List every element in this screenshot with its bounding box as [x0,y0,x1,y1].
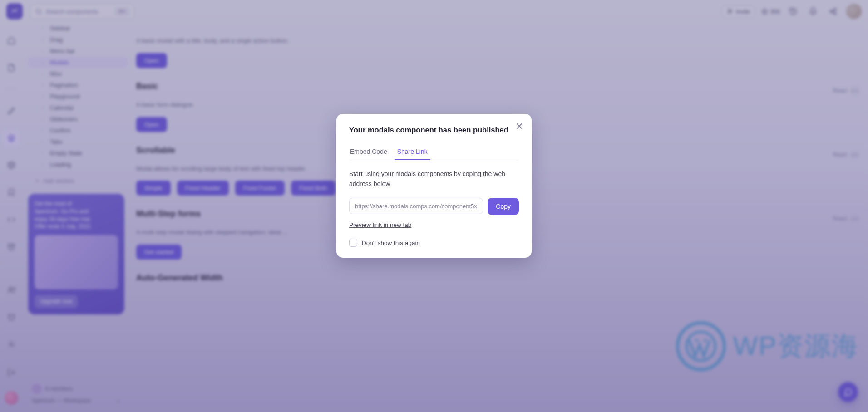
share-url-input[interactable] [349,198,483,214]
tab-embed-code[interactable]: Embed Code [349,144,388,160]
modal-tabs: Embed Code Share Link [349,144,519,160]
modal-description: Start using your modals components by co… [349,169,519,189]
copy-button[interactable]: Copy [488,198,519,215]
publish-modal: Your modals component has been published… [336,114,532,258]
tab-share-link[interactable]: Share Link [396,144,429,160]
close-button[interactable] [514,121,524,131]
dont-show-checkbox[interactable] [349,239,357,247]
modal-title: Your modals component has been published [349,126,519,134]
close-icon [514,121,524,131]
dont-show-label: Don't show this again [362,240,420,246]
preview-link[interactable]: Preview link in new tab [349,221,411,228]
